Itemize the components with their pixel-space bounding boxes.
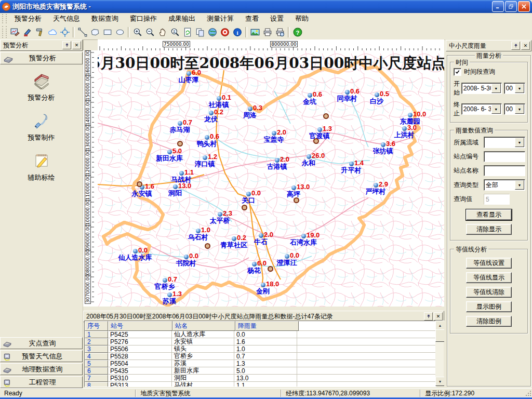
- left-section-header[interactable]: 预警分析: [0, 52, 83, 64]
- start-hour-select[interactable]: 00▼: [504, 83, 525, 94]
- hazard-point-marker[interactable]: [242, 205, 247, 210]
- zoom-out-button[interactable]: [144, 26, 156, 38]
- hazard-point-marker[interactable]: [177, 141, 183, 147]
- table-row[interactable]: 3P5506镇头1.0: [85, 345, 436, 353]
- map-analysis-button[interactable]: [9, 26, 21, 38]
- globe-button[interactable]: [206, 26, 219, 38]
- column-header-站名[interactable]: 站名: [172, 321, 235, 331]
- center-button[interactable]: [59, 26, 71, 38]
- query-type-select[interactable]: 全部▼: [484, 179, 525, 191]
- layers-button[interactable]: [194, 26, 206, 38]
- line-button[interactable]: [76, 26, 89, 38]
- menu-item-数据查询[interactable]: 数据查询: [86, 13, 124, 24]
- pin-icon[interactable]: [511, 42, 520, 50]
- refresh-button[interactable]: [181, 26, 194, 38]
- button-清除图例[interactable]: 清除图例: [466, 316, 512, 327]
- scroll-up-icon[interactable]: ▲: [435, 321, 444, 330]
- warning-edit-button[interactable]: [21, 26, 34, 38]
- close-icon[interactable]: ✕: [521, 42, 530, 50]
- chevron-down-icon[interactable]: ▼: [515, 104, 524, 114]
- help-button[interactable]: ?: [291, 26, 304, 38]
- hazard-point-marker[interactable]: [294, 197, 299, 203]
- menu-item-天气信息[interactable]: 天气信息: [47, 13, 86, 24]
- menu-item-测量计算[interactable]: 测量计算: [201, 13, 240, 24]
- column-header-降雨量[interactable]: 降雨量: [235, 321, 299, 331]
- group-bar-工程管理[interactable]: 工程管理: [0, 376, 83, 388]
- legend-button[interactable]: [249, 26, 261, 38]
- resize-grip[interactable]: [525, 390, 532, 397]
- menu-item-设置[interactable]: 设置: [264, 13, 289, 24]
- end-date-select[interactable]: 2008- 6- 3▼: [461, 103, 502, 115]
- menu-item-查看[interactable]: 查看: [240, 13, 264, 24]
- button-等值线显示[interactable]: 等值线显示: [466, 272, 512, 283]
- pin-icon[interactable]: [424, 312, 433, 321]
- group-bar-地理数据查询[interactable]: 地理数据查询: [0, 363, 83, 375]
- menu-item-窗口操作[interactable]: 窗口操作: [124, 13, 163, 24]
- left-item-辅助标绘[interactable]: 辅助标绘: [28, 152, 55, 182]
- info-button[interactable]: i: [231, 26, 244, 38]
- button-等值线清除[interactable]: 等值线清除: [466, 287, 512, 298]
- toolbar-grip[interactable]: [2, 26, 7, 38]
- zoom-extent-button[interactable]: ±: [169, 26, 181, 38]
- ellipse-button[interactable]: [114, 26, 126, 38]
- rainfall-table[interactable]: 序号站号站名降雨量1P5425仙人造水库0.02P5276永安镇1.63P550…: [84, 321, 436, 387]
- button-清除显示[interactable]: 清除显示: [466, 224, 512, 235]
- station-name-field[interactable]: [484, 165, 525, 176]
- table-row[interactable]: 8P5313马战村1.1: [85, 382, 436, 387]
- hazard-point-marker[interactable]: [268, 266, 273, 272]
- menu-grip[interactable]: [2, 14, 7, 23]
- group-bar-预警天气信息[interactable]: 预警天气信息: [0, 350, 83, 362]
- scroll-down-icon[interactable]: ▼: [435, 377, 444, 386]
- table-row[interactable]: 4P5528官桥乡0.7: [85, 353, 436, 360]
- cloud-button[interactable]: [46, 26, 59, 38]
- table-row[interactable]: 1P5425仙人造水库0.0: [85, 331, 436, 338]
- table-scrollbar[interactable]: ▲ ▼: [435, 321, 444, 386]
- basin-select[interactable]: ▼: [484, 137, 525, 148]
- hazard-point-marker[interactable]: [323, 113, 329, 119]
- time-range-checkbox[interactable]: [454, 68, 461, 76]
- hazard-point-marker[interactable]: [137, 181, 142, 187]
- print-button[interactable]: [261, 26, 274, 38]
- close-icon[interactable]: ✕: [72, 41, 81, 49]
- menu-item-预警分析[interactable]: 预警分析: [9, 13, 47, 24]
- left-item-预警分析[interactable]: 预警分析: [28, 72, 55, 102]
- column-header-站号[interactable]: 站号: [108, 321, 172, 331]
- station-id-field[interactable]: [484, 151, 525, 162]
- polygon-button[interactable]: [89, 26, 101, 38]
- column-header-序号[interactable]: 序号: [85, 321, 108, 331]
- chevron-down-icon[interactable]: ▼: [515, 138, 524, 147]
- button-显示图例[interactable]: 显示图例: [466, 301, 512, 312]
- query-value-field[interactable]: 5: [484, 194, 510, 205]
- menu-item-成果输出[interactable]: 成果输出: [163, 13, 201, 24]
- table-row[interactable]: 6P5435新田水库5.0: [85, 367, 436, 375]
- zoom-in-button[interactable]: [131, 26, 144, 38]
- chevron-down-icon[interactable]: ▼: [491, 84, 501, 93]
- button-查看显示[interactable]: 查看显示: [466, 209, 512, 220]
- chevron-down-icon[interactable]: ▼: [515, 84, 524, 93]
- left-item-预警制作[interactable]: 预警制作: [28, 112, 55, 142]
- table-row[interactable]: 7P5310洞阳13.0: [85, 375, 436, 382]
- chevron-down-icon[interactable]: ▼: [515, 180, 524, 190]
- rectangle-button[interactable]: [101, 26, 114, 38]
- map-canvas[interactable]: 5月30日00时至2008年06月03日00时中小尺度站点降雨量 6.0山枣潭0…: [98, 50, 444, 307]
- table-row[interactable]: 2P5276永安镇1.6: [85, 338, 436, 345]
- close-button[interactable]: [518, 1, 530, 12]
- scroll-thumb[interactable]: [435, 329, 444, 342]
- chevron-down-icon[interactable]: ▼: [491, 104, 501, 114]
- button-等值线设置[interactable]: 等值线设置: [466, 258, 512, 269]
- pin-icon[interactable]: [62, 41, 71, 49]
- title-bar[interactable]: 浏阳市地质灾害预警系统 -: [0, 0, 532, 13]
- table-row[interactable]: 5P5504苏溪1.3: [85, 360, 436, 367]
- start-date-select[interactable]: 2008- 5-30▼: [461, 83, 502, 94]
- stop-button[interactable]: [219, 26, 231, 38]
- group-bar-灾点查询[interactable]: 灾点查询: [0, 337, 83, 349]
- print-preview-button[interactable]: [274, 26, 286, 38]
- pan-button[interactable]: [156, 26, 169, 38]
- close-icon[interactable]: ✕: [434, 312, 443, 321]
- hazard-point-marker[interactable]: [205, 243, 210, 249]
- hammer-button[interactable]: [34, 26, 46, 38]
- restore-button[interactable]: [505, 1, 517, 12]
- end-hour-select[interactable]: 00▼: [504, 103, 525, 115]
- hazard-point-marker[interactable]: [313, 138, 319, 144]
- menu-item-帮助[interactable]: 帮助: [289, 13, 314, 24]
